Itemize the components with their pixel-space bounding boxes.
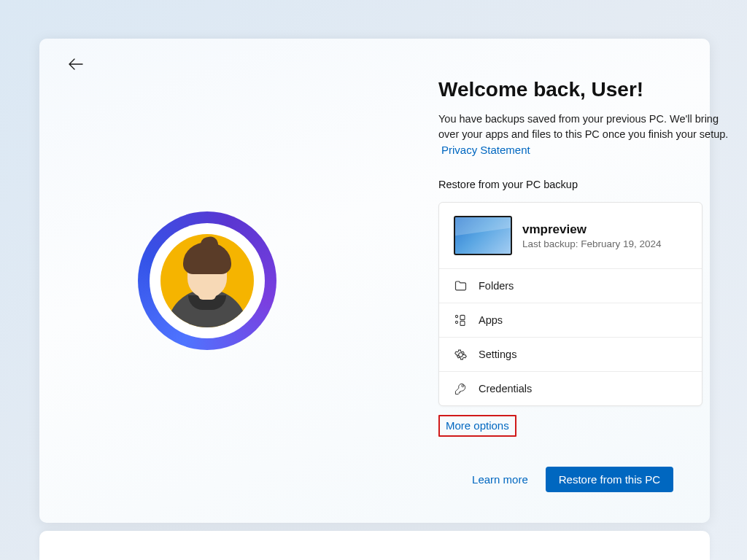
footer-actions: Learn more Restore from this PC — [472, 467, 673, 492]
setup-card: Welcome back, User! You have backups sav… — [39, 39, 710, 523]
privacy-link[interactable]: Privacy Statement — [441, 144, 530, 156]
row-apps-label: Apps — [479, 314, 503, 326]
row-apps[interactable]: Apps — [439, 303, 702, 338]
backup-subtitle: Last backup: February 19, 2024 — [522, 238, 662, 249]
gear-icon — [454, 348, 467, 361]
left-pane — [39, 39, 375, 523]
svg-point-0 — [455, 315, 457, 317]
row-settings[interactable]: Settings — [439, 338, 702, 372]
folder-icon — [454, 279, 467, 292]
more-options-highlight: More options — [438, 415, 516, 437]
description: You have backups saved from your previou… — [438, 112, 730, 158]
bottom-strip — [39, 531, 710, 560]
svg-point-1 — [455, 321, 457, 323]
svg-rect-2 — [460, 315, 465, 319]
svg-rect-3 — [460, 321, 465, 325]
learn-more-link[interactable]: Learn more — [472, 473, 528, 486]
description-text: You have backups saved from your previou… — [438, 113, 728, 140]
row-settings-label: Settings — [479, 349, 516, 360]
row-folders-label: Folders — [479, 280, 514, 292]
user-avatar — [138, 211, 276, 350]
row-credentials-label: Credentials — [479, 383, 532, 394]
backup-name: vmpreview — [522, 222, 662, 237]
backup-header[interactable]: vmpreview Last backup: February 19, 2024 — [439, 203, 702, 269]
backup-panel: vmpreview Last backup: February 19, 2024… — [438, 202, 703, 406]
row-folders[interactable]: Folders — [439, 269, 702, 303]
row-credentials[interactable]: Credentials — [439, 372, 702, 405]
page-title: Welcome back, User! — [438, 78, 730, 101]
apps-icon — [454, 314, 467, 327]
more-options-link[interactable]: More options — [446, 419, 509, 432]
pc-thumbnail — [454, 216, 512, 255]
right-pane: Welcome back, User! You have backups sav… — [438, 39, 730, 437]
key-icon — [454, 382, 467, 395]
restore-button[interactable]: Restore from this PC — [546, 467, 673, 492]
restore-section-label: Restore from your PC backup — [438, 179, 730, 190]
